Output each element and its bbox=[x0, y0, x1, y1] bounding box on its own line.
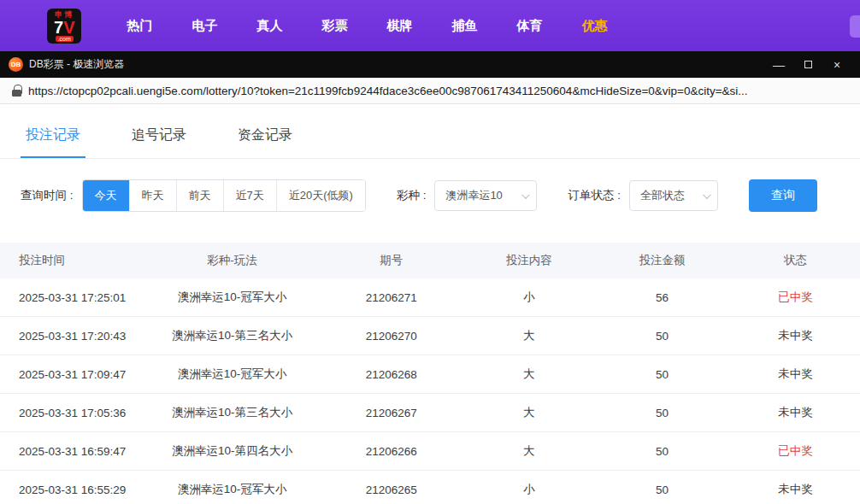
table-row: 2025-03-31 17:25:01 澳洲幸运10-冠军大小 21206271… bbox=[0, 278, 860, 317]
browser-title: DB彩票 - 极速浏览器 bbox=[29, 57, 124, 72]
site-logo[interactable]: 申博 7V .com bbox=[47, 9, 81, 44]
cell-game: 澳洲幸运10-第三名大小 bbox=[146, 317, 318, 355]
cell-amount: 56 bbox=[593, 278, 731, 317]
close-button[interactable]: × bbox=[822, 51, 851, 78]
time-option-daybefore[interactable]: 前天 bbox=[177, 180, 224, 211]
nav-item-cards[interactable]: 棋牌 bbox=[373, 18, 426, 34]
status-filter-label: 订单状态 : bbox=[568, 188, 621, 203]
nav-item-lottery[interactable]: 彩票 bbox=[308, 18, 361, 34]
lottery-select[interactable]: 澳洲幸运10 bbox=[434, 180, 537, 211]
cell-content: 大 bbox=[464, 317, 593, 355]
time-option-20days[interactable]: 近20天(低频) bbox=[277, 180, 365, 211]
lock-icon bbox=[12, 85, 21, 97]
cell-issue: 21206265 bbox=[318, 471, 464, 504]
browser-title-bar: DB DB彩票 - 极速浏览器 — × bbox=[0, 51, 860, 78]
lottery-select-value: 澳洲幸运10 bbox=[445, 188, 502, 203]
cell-game: 澳洲幸运10-第四名大小 bbox=[146, 432, 318, 471]
nav-item-slots[interactable]: 电子 bbox=[178, 18, 231, 34]
window-controls: — × bbox=[764, 51, 851, 78]
header-game-play: 彩种-玩法 bbox=[146, 243, 318, 278]
nav-item-fishing[interactable]: 捕鱼 bbox=[438, 18, 491, 34]
cell-content: 大 bbox=[464, 432, 593, 471]
cell-issue: 21206270 bbox=[318, 317, 464, 355]
site-nav: 申博 7V .com 热门 电子 真人 彩票 棋牌 捕鱼 体育 优惠 bbox=[0, 0, 860, 51]
table-row: 2025-03-31 17:09:47 澳洲幸运10-冠军大小 21206268… bbox=[0, 355, 860, 394]
table-row: 2025-03-31 16:59:47 澳洲幸运10-第四名大小 2120626… bbox=[0, 432, 860, 471]
tab-chase-records[interactable]: 追号记录 bbox=[127, 111, 191, 158]
cell-game: 澳洲幸运10-冠军大小 bbox=[146, 471, 318, 504]
minimize-button[interactable]: — bbox=[764, 51, 793, 78]
cell-time: 2025-03-31 17:09:47 bbox=[0, 355, 146, 394]
cell-amount: 50 bbox=[593, 317, 731, 355]
time-filter-label: 查询时间 : bbox=[21, 188, 74, 203]
cell-amount: 50 bbox=[593, 471, 731, 504]
cell-content: 小 bbox=[464, 278, 593, 317]
status-cell: 未中奖 bbox=[731, 317, 860, 355]
nav-edge-widget[interactable] bbox=[850, 15, 860, 38]
chevron-down-icon bbox=[703, 190, 711, 199]
header-status: 状态 bbox=[731, 243, 860, 278]
cell-content: 大 bbox=[464, 394, 593, 432]
cell-issue: 21206271 bbox=[318, 278, 464, 317]
cell-amount: 50 bbox=[593, 432, 731, 471]
header-issue: 期号 bbox=[318, 243, 464, 278]
cell-time: 2025-03-31 17:05:36 bbox=[0, 394, 146, 432]
cell-time: 2025-03-31 17:25:01 bbox=[0, 278, 146, 317]
cell-time: 2025-03-31 16:55:29 bbox=[0, 471, 146, 504]
time-option-today[interactable]: 今天 bbox=[83, 180, 130, 211]
maximize-button[interactable] bbox=[793, 51, 822, 78]
status-cell: 已中奖 bbox=[731, 278, 860, 317]
time-option-yesterday[interactable]: 昨天 bbox=[130, 180, 177, 211]
browser-app-icon: DB bbox=[9, 57, 23, 72]
cell-content: 小 bbox=[464, 471, 593, 504]
cell-issue: 21206266 bbox=[318, 432, 464, 471]
table-row: 2025-03-31 16:55:29 澳洲幸运10-冠军大小 21206265… bbox=[0, 471, 860, 504]
time-option-7days[interactable]: 近7天 bbox=[224, 180, 277, 211]
cell-amount: 50 bbox=[593, 355, 731, 394]
cell-game: 澳洲幸运10-冠军大小 bbox=[146, 278, 318, 317]
cell-game: 澳洲幸运10-第三名大小 bbox=[146, 394, 318, 432]
status-cell: 未中奖 bbox=[731, 355, 860, 394]
lottery-filter-label: 彩种 : bbox=[397, 188, 427, 203]
cell-time: 2025-03-31 17:20:43 bbox=[0, 317, 146, 355]
url-text[interactable]: https://ctopcp02pcali.uengi5e.com/lotter… bbox=[28, 85, 748, 97]
logo-brand-main: 7V bbox=[54, 19, 74, 36]
status-cell: 已中奖 bbox=[731, 432, 860, 471]
cell-issue: 21206267 bbox=[318, 394, 464, 432]
table-row: 2025-03-31 17:20:43 澳洲幸运10-第三名大小 2120627… bbox=[0, 317, 860, 355]
table-header-row: 投注时间 彩种-玩法 期号 投注内容 投注金额 状态 bbox=[0, 243, 860, 278]
header-bet-time: 投注时间 bbox=[0, 243, 146, 278]
page-content: 投注记录 追号记录 资金记录 查询时间 : 今天 昨天 前天 近7天 近20天(… bbox=[0, 111, 860, 504]
time-filter-group: 今天 昨天 前天 近7天 近20天(低频) bbox=[82, 179, 366, 212]
site-nav-items: 热门 电子 真人 彩票 棋牌 捕鱼 体育 优惠 bbox=[107, 18, 627, 34]
filter-bar: 查询时间 : 今天 昨天 前天 近7天 近20天(低频) 彩种 : 澳洲幸运10… bbox=[0, 159, 860, 229]
table-row: 2025-03-31 17:05:36 澳洲幸运10-第三名大小 2120626… bbox=[0, 394, 860, 432]
nav-item-hot[interactable]: 热门 bbox=[113, 18, 166, 34]
cell-issue: 21206268 bbox=[318, 355, 464, 394]
nav-item-promo[interactable]: 优惠 bbox=[568, 18, 621, 34]
tab-fund-records[interactable]: 资金记录 bbox=[233, 111, 297, 158]
cell-game: 澳洲幸运10-冠军大小 bbox=[146, 355, 318, 394]
header-bet-amount: 投注金额 bbox=[593, 243, 731, 278]
order-status-value: 全部状态 bbox=[640, 188, 685, 203]
cell-time: 2025-03-31 16:59:47 bbox=[0, 432, 146, 471]
record-tabs: 投注记录 追号记录 资金记录 bbox=[0, 111, 860, 159]
search-button[interactable]: 查询 bbox=[749, 179, 817, 212]
tab-bet-records[interactable]: 投注记录 bbox=[21, 111, 85, 158]
bet-records-table: 投注时间 彩种-玩法 期号 投注内容 投注金额 状态 2025-03-31 17… bbox=[0, 243, 860, 504]
status-cell: 未中奖 bbox=[731, 471, 860, 504]
cell-amount: 50 bbox=[593, 394, 731, 432]
nav-item-sports[interactable]: 体育 bbox=[503, 18, 556, 34]
logo-brand-suffix: .com bbox=[56, 36, 74, 42]
cell-content: 大 bbox=[464, 355, 593, 394]
status-cell: 未中奖 bbox=[731, 394, 860, 432]
browser-url-bar: https://ctopcp02pcali.uengi5e.com/lotter… bbox=[0, 78, 860, 104]
maximize-icon bbox=[804, 61, 812, 68]
order-status-select[interactable]: 全部状态 bbox=[629, 180, 718, 211]
nav-item-live[interactable]: 真人 bbox=[243, 18, 296, 34]
header-bet-content: 投注内容 bbox=[464, 243, 593, 278]
chevron-down-icon bbox=[521, 190, 530, 199]
